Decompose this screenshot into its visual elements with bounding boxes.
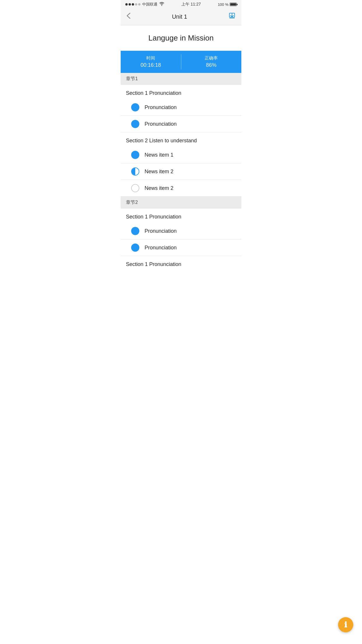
list-item[interactable]: News item 2	[121, 180, 241, 197]
item-icon-full	[131, 227, 139, 235]
back-button[interactable]	[125, 11, 132, 22]
list-item[interactable]: Pronunciation	[121, 116, 241, 132]
section-title-2-1: Section 1 Pronunciation	[121, 209, 241, 223]
status-left: 中国联通	[125, 2, 164, 7]
dot-2	[129, 3, 131, 6]
item-label: News item 2	[145, 185, 173, 191]
item-label: Pronunciation	[145, 121, 177, 127]
dot-5	[138, 3, 140, 6]
page-title: Unit 1	[172, 13, 187, 20]
battery-fill	[230, 3, 236, 6]
list-item[interactable]: News item 1	[121, 147, 241, 163]
wifi-icon	[159, 2, 164, 7]
section-title-1-2: Section 2 Listen to understand	[121, 132, 241, 147]
item-label: News item 1	[145, 152, 173, 158]
time-value: 00:16:18	[140, 62, 161, 68]
section-title-1-1: Section 1 Pronunciation	[121, 85, 241, 99]
item-icon-half	[131, 167, 139, 176]
status-time: 上午 11:27	[181, 2, 201, 7]
course-title: Languge in Mission	[121, 25, 241, 51]
accuracy-label: 正确率	[205, 55, 218, 61]
item-icon-full	[131, 244, 139, 252]
item-label: News item 2	[145, 169, 173, 175]
time-label: 时间	[146, 55, 155, 61]
signal-dots	[125, 3, 140, 6]
list-item[interactable]: Pronunciation	[121, 99, 241, 116]
accuracy-value: 86%	[206, 62, 217, 68]
list-item[interactable]: Pronunciation	[121, 223, 241, 239]
svg-rect-1	[229, 18, 235, 18]
list-item[interactable]: News item 2	[121, 163, 241, 180]
battery-percentage: 100 %	[218, 2, 229, 7]
battery-icon	[230, 3, 237, 6]
status-right: 100 %	[218, 2, 237, 7]
item-icon-full	[131, 103, 139, 111]
dot-4	[135, 3, 137, 6]
item-icon-empty	[131, 184, 139, 192]
item-label: Pronunciation	[145, 228, 177, 234]
status-bar: 中国联通 上午 11:27 100 %	[121, 0, 241, 8]
time-stat: 时间 00:16:18	[121, 51, 181, 73]
chapter-header-1: 章节1	[121, 73, 241, 85]
section-title-2-2: Section 1 Pronunciation	[121, 256, 241, 270]
item-icon-full	[131, 120, 139, 128]
item-label: Pronunciation	[145, 104, 177, 111]
stats-bar: 时间 00:16:18 正确率 86%	[121, 51, 241, 73]
dot-1	[125, 3, 128, 6]
list-item[interactable]: Pronunciation	[121, 239, 241, 256]
carrier-label: 中国联通	[142, 2, 157, 7]
nav-bar: Unit 1	[121, 8, 241, 25]
download-button[interactable]	[227, 11, 237, 22]
dot-3	[132, 3, 134, 6]
svg-point-0	[161, 5, 162, 6]
item-icon-full	[131, 151, 139, 159]
content-area: 章节1Section 1 PronunciationPronunciationP…	[121, 73, 241, 270]
accuracy-stat: 正确率 86%	[181, 51, 242, 73]
chapter-header-2: 章节2	[121, 197, 241, 209]
item-label: Pronunciation	[145, 245, 177, 251]
